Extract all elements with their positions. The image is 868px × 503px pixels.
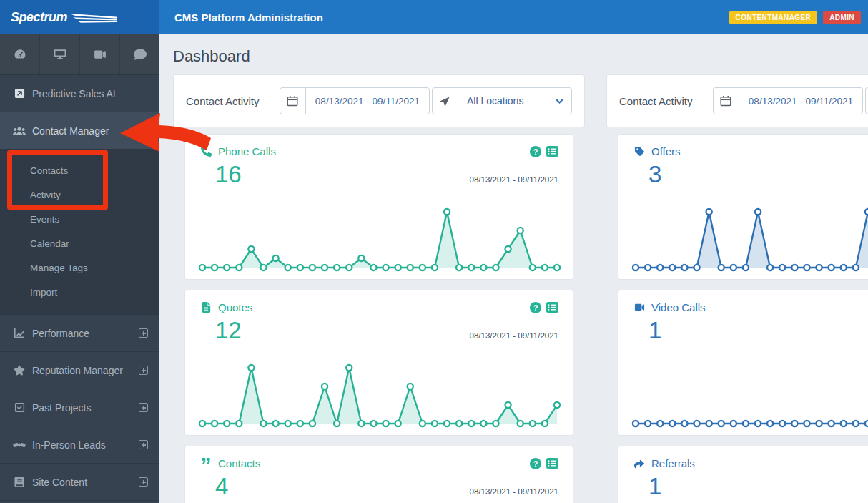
list-icon[interactable]: [546, 458, 558, 469]
list-icon[interactable]: [546, 302, 558, 313]
topbar: Spectrum CMS Platform Administration CON…: [0, 0, 868, 34]
card-total: 3: [648, 162, 868, 187]
annotation-highlight-box: [7, 150, 108, 210]
contentmanager-badge: CONTENTMANAGER: [729, 11, 818, 24]
check-square-icon: [13, 402, 26, 413]
card-title: Phone Calls: [218, 145, 276, 157]
sidebar-item-label: Predictive Sales AI: [32, 88, 148, 99]
card-date-range: 08/13/2021 - 09/11/2021: [470, 487, 558, 496]
sidebar-item-in-person-leads[interactable]: In-Person Leads: [0, 426, 159, 464]
sidebar-item-label: Reputation Manager: [32, 365, 139, 376]
video-calls-card: Video Calls 1 08/13/2021 - 09/11/2021: [618, 290, 868, 436]
desktop-icon[interactable]: [40, 34, 80, 74]
star-icon: [13, 365, 26, 376]
video-calls-sparkline: [630, 358, 868, 429]
chevron-down-icon: [556, 99, 563, 104]
contact-activity-panel-right: Contact Activity 08/13/2021 - 09/11/2021: [606, 74, 868, 503]
contact-activity-panel-left: Contact Activity 08/13/2021 - 09/11/2021…: [173, 74, 585, 503]
phone-calls-sparkline: [197, 202, 563, 273]
sidebar-item-predictive-sales-ai[interactable]: Predictive Sales AI: [0, 75, 159, 112]
users-icon: [13, 126, 26, 136]
submenu-item-import[interactable]: Import: [0, 280, 159, 305]
video-camera-icon[interactable]: [80, 34, 120, 74]
card-title: Referrals: [651, 457, 695, 469]
sidebar-item-label: In-Person Leads: [32, 439, 139, 451]
help-icon[interactable]: ?: [530, 146, 541, 157]
tag-icon: [633, 146, 646, 157]
contacts-card: ” Contacts ? 4 08/13/2021 - 09/11/2021: [184, 446, 573, 503]
book-icon: [13, 477, 26, 487]
panel-title: Contact Activity: [619, 95, 713, 107]
annotation-arrow: [113, 109, 217, 159]
sidebar-item-label: Past Projects: [32, 402, 139, 414]
card-total: 1: [648, 318, 868, 343]
app-title: CMS Platform Administration: [174, 11, 323, 24]
help-icon[interactable]: ?: [530, 302, 541, 313]
admin-badge: ADMIN: [823, 11, 861, 24]
card-title: Video Calls: [651, 301, 706, 313]
expand-icon[interactable]: [139, 403, 148, 412]
external-link-square-icon: [13, 88, 26, 99]
card-title: Offers: [651, 145, 681, 157]
sidebar-item-reputation-manager[interactable]: Reputation Manager: [0, 352, 159, 389]
sidebar-item-past-projects[interactable]: Past Projects: [0, 389, 159, 426]
spectrum-logo[interactable]: Spectrum: [0, 0, 159, 34]
submenu-item-manage-tags[interactable]: Manage Tags: [0, 256, 159, 280]
expand-icon[interactable]: [139, 328, 148, 338]
expand-icon[interactable]: [139, 366, 148, 375]
share-icon: [633, 459, 646, 469]
panel-header: Contact Activity 08/13/2021 - 09/11/2021: [606, 74, 868, 127]
panel-title: Contact Activity: [186, 95, 280, 107]
gauge-icon[interactable]: [0, 34, 40, 74]
quote-icon: ”: [199, 462, 212, 469]
calendar-icon[interactable]: [714, 88, 739, 114]
sidebar-icon-strip: [0, 34, 159, 75]
role-badges: CONTENTMANAGER ADMIN: [729, 11, 861, 24]
date-range-input[interactable]: 08/13/2021 - 09/11/2021: [713, 87, 863, 114]
phone-calls-card: Phone Calls ? 16 08/13/2021 - 09/11/2021: [184, 134, 573, 280]
date-range-value[interactable]: 08/13/2021 - 09/11/2021: [739, 88, 862, 114]
location-arrow-icon: [433, 88, 458, 114]
logo-swoosh-icon: [69, 12, 117, 24]
comment-icon[interactable]: [120, 34, 159, 74]
sidebar-item-label: Site Content: [32, 477, 139, 488]
expand-icon[interactable]: [139, 477, 148, 487]
quotes-card: Quotes ? 12 08/13/2021 - 09/11/2021: [184, 290, 573, 436]
panel-header: Contact Activity 08/13/2021 - 09/11/2021…: [173, 74, 585, 127]
logo-text: Spectrum: [11, 10, 67, 25]
location-select-value: All Locations: [467, 95, 523, 107]
date-range-input[interactable]: 08/13/2021 - 09/11/2021: [280, 87, 430, 114]
help-icon[interactable]: ?: [530, 458, 541, 469]
list-icon[interactable]: [546, 146, 558, 157]
main-content: Dashboard Contact Activity 08/13/2021 - …: [159, 34, 868, 503]
submenu-item-events[interactable]: Events: [0, 207, 159, 232]
handshake-icon: [13, 440, 26, 450]
expand-icon[interactable]: [139, 440, 148, 449]
line-chart-icon: [13, 328, 26, 338]
sidebar: Predictive Sales AI Contact Manager Cont…: [0, 34, 159, 503]
file-text-icon: [199, 302, 212, 313]
referrals-card: Referrals 1 08/13/2021 - 09/11/2021: [618, 446, 868, 503]
card-title: Quotes: [218, 301, 252, 313]
location-select[interactable]: All Locations: [432, 87, 572, 114]
location-select[interactable]: [865, 87, 868, 114]
sidebar-item-label: Performance: [32, 328, 139, 339]
card-date-range: 08/13/2021 - 09/11/2021: [470, 331, 558, 340]
page-title: Dashboard: [173, 47, 868, 66]
card-title: Contacts: [218, 457, 260, 469]
card-date-range: 08/13/2021 - 09/11/2021: [470, 175, 558, 184]
calendar-icon[interactable]: [280, 88, 306, 114]
date-range-value[interactable]: 08/13/2021 - 09/11/2021: [306, 88, 429, 114]
sidebar-item-site-content[interactable]: Site Content: [0, 464, 159, 501]
offers-card: Offers ? 3 08/13/2021 - 09/11/2021: [618, 134, 868, 280]
quotes-sparkline: [197, 358, 563, 429]
video-camera-icon: [633, 302, 646, 313]
sidebar-item-performance[interactable]: Performance: [0, 315, 159, 352]
card-total: 1: [648, 474, 868, 499]
submenu-item-calendar[interactable]: Calendar: [0, 232, 159, 256]
offers-sparkline: [630, 202, 868, 273]
